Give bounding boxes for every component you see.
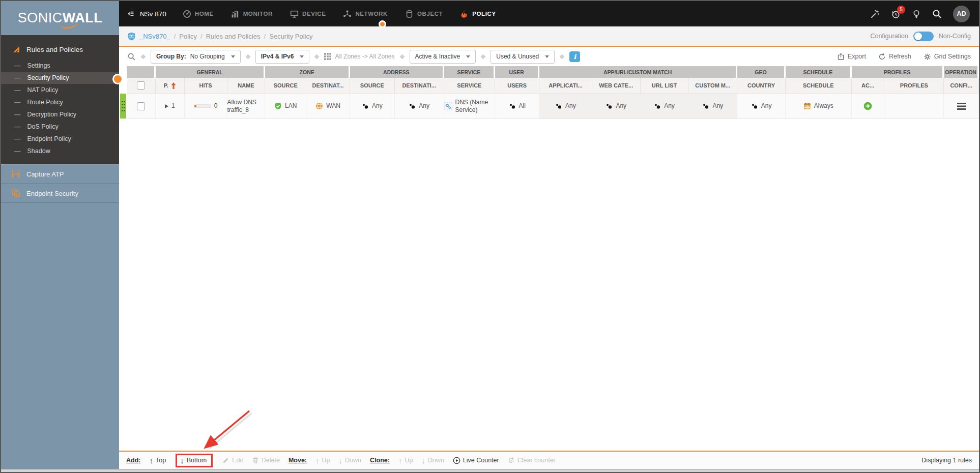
column-header-schedule[interactable]: SCHEDULE (786, 78, 852, 94)
column-header-source[interactable]: SOURCE (350, 78, 395, 94)
column-header-web-cate-[interactable]: WEB CATE... (592, 78, 641, 94)
cell-action (852, 94, 885, 119)
sidebar-item-nat-policy[interactable]: —NAT Policy (1, 84, 119, 96)
cell-select[interactable] (127, 94, 156, 119)
table-header-row: P.HITSNAMESOURCEDESTINAT...SOURCEDESTINA… (127, 78, 979, 94)
priority-value: 1 (171, 102, 175, 110)
add-top-button[interactable]: ↑Top (149, 456, 166, 465)
breadcrumb: _NSv870_ / Policy / Rules and Policies /… (127, 32, 312, 41)
table-search-icon[interactable] (127, 52, 136, 61)
column-header-select[interactable] (127, 78, 156, 94)
user-avatar[interactable]: AD (953, 6, 970, 22)
usage-filter-dropdown[interactable]: Used & Unused (491, 50, 555, 64)
nonconfig-label: Non-Config (939, 33, 971, 40)
column-header-p-[interactable]: P. (156, 78, 185, 94)
zone-matrix-button[interactable]: All Zones -> All Zones (324, 53, 394, 60)
cell-service: DNS (Name Service) (444, 94, 496, 119)
edit-button[interactable]: Edit (222, 457, 243, 464)
notification-badge: 5 (897, 6, 905, 14)
lightbulb-icon[interactable] (912, 9, 921, 19)
wand-icon[interactable] (870, 9, 880, 19)
column-header-applicati-[interactable]: APPLICATI... (539, 78, 592, 94)
policy-table: GENERALZONEADDRESSSERVICEUSERAPP/URL/CUS… (127, 66, 979, 119)
column-header-confi-[interactable]: CONFI... (944, 78, 979, 94)
sidebar-item-capture-atp[interactable]: ATPCapture ATP (1, 164, 119, 184)
column-header-profiles[interactable]: PROFILES (884, 78, 944, 94)
refresh-button[interactable]: Refresh (878, 53, 911, 61)
sidebar-item-endpoint-security[interactable]: Endpoint Security (1, 184, 119, 203)
ip-version-dropdown[interactable]: IPv4 & IPv6 (255, 50, 310, 64)
service-gears-icon (444, 102, 452, 110)
clone-down-button[interactable]: ↓Down (421, 456, 444, 465)
sidebar-item-security-policy[interactable]: —Security Policy (1, 72, 119, 84)
column-header-url-list[interactable]: URL LIST (641, 78, 689, 94)
column-header-service[interactable]: SERVICE (444, 78, 496, 94)
brand-logo[interactable]: SONICWALL (1, 1, 119, 35)
row-expander-icon[interactable] (165, 104, 168, 108)
row-drag-handle[interactable] (120, 94, 126, 119)
cell-address-destination: Any (395, 94, 444, 119)
any-users-icon (409, 103, 416, 110)
nav-tab-monitor[interactable]: MONITOR (231, 10, 273, 18)
configuration-label: Configuration (870, 33, 908, 40)
firewall-shield-icon (127, 32, 136, 41)
clear-counter-button[interactable]: Clear counter (508, 457, 556, 464)
sort-up-icon[interactable] (171, 82, 176, 89)
delete-button[interactable]: Delete (252, 457, 280, 464)
group-by-value: No Grouping (190, 53, 225, 60)
sidebar-section-rules-and-policies[interactable]: Rules and Policies (1, 40, 119, 60)
move-up-button[interactable]: ↑Up (315, 456, 330, 465)
info-icon[interactable]: i (569, 51, 580, 62)
column-header-country[interactable]: COUNTRY (737, 78, 786, 94)
sidebar-item-endpoint-policy[interactable]: —Endpoint Policy (1, 133, 119, 145)
breadcrumb-device-link[interactable]: _NSv870_ (139, 33, 170, 40)
table-row[interactable]: 10Allow DNS traffic_8LANWANAnyAnyDNS (Na… (127, 94, 979, 119)
sidebar-item-shadow[interactable]: —Shadow (1, 145, 119, 157)
breadcrumb-item-rules[interactable]: Rules and Policies (206, 33, 261, 40)
state-filter-dropdown[interactable]: Active & Inactive (410, 50, 476, 64)
grid-settings-label: Grid Settings (934, 53, 971, 60)
live-counter-button[interactable]: Live Counter (453, 457, 499, 464)
nav-tab-network[interactable]: NETWORK (343, 10, 388, 18)
sidebar-resize-handle-dot[interactable] (112, 74, 123, 84)
group-header-geo: GEO (737, 66, 786, 78)
column-header-destinat-[interactable]: DESTINAT... (306, 78, 350, 94)
notifications-icon[interactable]: 5 (891, 9, 901, 19)
breadcrumb-separator: / (200, 33, 203, 40)
move-down-button[interactable]: ↓Down (339, 456, 361, 465)
cell-service-label: DNS (Name Service) (455, 99, 495, 114)
column-header-ac-[interactable]: AC... (852, 78, 885, 94)
column-header-destinati-[interactable]: DESTINATI... (395, 78, 444, 94)
select-all-checkbox[interactable] (137, 81, 145, 90)
add-bottom-button[interactable]: ↓Bottom (180, 456, 207, 465)
column-header-source[interactable]: SOURCE (265, 78, 306, 94)
brand-swoosh-icon (61, 21, 78, 29)
row-checkbox[interactable] (137, 102, 145, 110)
separator-diamond-icon (245, 54, 250, 59)
config-mode-toggle[interactable] (913, 32, 934, 41)
column-header-hits[interactable]: HITS (185, 78, 227, 94)
export-button[interactable]: Export (837, 53, 866, 61)
grid-settings-button[interactable]: Grid Settings (924, 53, 971, 61)
config-menu-icon[interactable] (957, 103, 966, 110)
group-by-dropdown[interactable]: Group By: No Grouping (151, 50, 241, 64)
sidebar: SONICWALL Rules and Policies —Settings—S… (1, 1, 119, 469)
nav-tab-home[interactable]: HOME (183, 10, 214, 18)
column-header-custom-m-[interactable]: CUSTOM M... (688, 78, 737, 94)
device-name[interactable]: NSv 870 (140, 10, 166, 18)
sidebar-item-route-policy[interactable]: —Route Policy (1, 96, 119, 108)
nav-tab-object[interactable]: OBJECT (405, 10, 443, 18)
search-icon[interactable] (932, 9, 942, 19)
column-header-users[interactable]: USERS (495, 78, 539, 94)
sidebar-item-decryption-policy[interactable]: —Decryption Policy (1, 108, 119, 121)
refresh-icon (878, 53, 886, 61)
sidebar-item-settings[interactable]: —Settings (1, 60, 119, 72)
nav-tab-policy[interactable]: POLICY (460, 10, 496, 18)
cell-config[interactable] (944, 94, 979, 119)
column-header-name[interactable]: NAME (227, 78, 266, 94)
nav-tab-device[interactable]: DEVICE (290, 10, 326, 18)
clone-up-button[interactable]: ↑Up (398, 456, 413, 465)
sidebar-item-dos-policy[interactable]: —DoS Policy (1, 121, 119, 133)
breadcrumb-item-policy[interactable]: Policy (179, 33, 197, 40)
collapse-sidebar-icon[interactable] (126, 10, 135, 18)
